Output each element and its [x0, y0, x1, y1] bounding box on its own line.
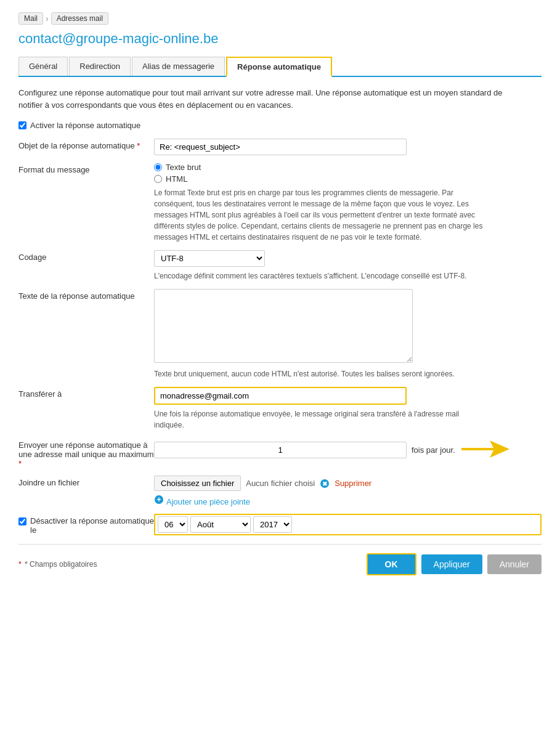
frequency-input[interactable]	[154, 442, 407, 458]
encoding-label: Codage	[18, 250, 154, 262]
format-html: HTML	[154, 174, 542, 184]
no-file-text: Aucun fichier choisi	[246, 479, 315, 488]
deactivate-checkbox[interactable]	[18, 517, 26, 525]
tab-general[interactable]: Général	[18, 57, 68, 76]
transfer-info: Une fois la réponse automatique envoyée,…	[154, 408, 487, 431]
description: Configurez une réponse automatique pour …	[18, 87, 524, 111]
required-note: * * Champs obligatoires	[18, 560, 97, 569]
tabs: Général Redirection Alias de messagerie …	[18, 57, 542, 77]
format-texte-brut: Texte brut	[154, 163, 542, 172]
format-content: Texte brut HTML Le format Texte brut est…	[154, 163, 542, 243]
breadcrumb: Mail › Adresses mail	[18, 12, 542, 25]
response-text-input[interactable]	[154, 289, 413, 363]
activate-label[interactable]: Activer la réponse automatique	[30, 121, 140, 130]
frequency-suffix: fois par jour.	[412, 445, 455, 455]
add-attachment-button[interactable]: Ajouter une pièce jointe	[166, 497, 250, 506]
delete-icon: ✖	[320, 479, 330, 489]
arrow-annotation	[460, 438, 509, 462]
response-text-label: Texte de la réponse automatique	[18, 289, 154, 301]
svg-text:✖: ✖	[322, 481, 328, 487]
attach-row: Joindre un fichier Choisissez un fichier…	[18, 476, 542, 506]
transfer-content: Une fois la réponse automatique envoyée,…	[154, 387, 542, 431]
svg-marker-0	[461, 440, 509, 458]
attach-label: Joindre un fichier	[18, 476, 154, 487]
bottom-row: * * Champs obligatoires OK Appliquer Ann…	[18, 553, 542, 575]
deactivate-date-content: 0102030405 0607080910 1112131415 1617181…	[154, 514, 542, 535]
encoding-content: UTF-8 ISO-8859-1 UTF-16 L'encodage défin…	[154, 250, 542, 282]
encoding-row: Codage UTF-8 ISO-8859-1 UTF-16 L'encodag…	[18, 250, 542, 282]
divider	[18, 544, 542, 545]
tab-reponse-automatique[interactable]: Réponse automatique	[226, 57, 332, 77]
response-text-content: Texte brut uniquement, aucun code HTML n…	[154, 289, 542, 379]
page-title: contact@groupe-magic-online.be	[18, 31, 542, 47]
activate-checkbox[interactable]	[18, 121, 26, 129]
day-select[interactable]: 0102030405 0607080910 1112131415 1617181…	[158, 516, 188, 533]
attach-content: Choisissez un fichier Aucun fichier choi…	[154, 476, 542, 506]
date-wrapper: 0102030405 0607080910 1112131415 1617181…	[154, 514, 542, 535]
transfer-input[interactable]	[154, 387, 407, 405]
encoding-info: L'encodage définit comment les caractère…	[154, 270, 487, 282]
radio-texte-brut[interactable]	[154, 163, 162, 171]
cancel-button[interactable]: Annuler	[487, 554, 542, 574]
frequency-label: Envoyer une réponse automatique à une ad…	[18, 438, 154, 468]
format-info: Le format Texte brut est pris en charge …	[154, 187, 487, 243]
transfer-label: Transférer à	[18, 387, 154, 399]
activate-checkbox-row: Activer la réponse automatique	[18, 121, 542, 130]
year-select[interactable]: 2017201820192020	[253, 516, 292, 533]
delete-button[interactable]: Supprimer	[335, 479, 371, 488]
frequency-content: fois par jour.	[154, 438, 542, 462]
format-radio-group: Texte brut HTML	[154, 163, 542, 184]
subject-label: Objet de la réponse automatique *	[18, 139, 154, 150]
radio-html-label[interactable]: HTML	[166, 174, 187, 184]
subject-input[interactable]	[154, 139, 407, 155]
file-row: Choisissez un fichier Aucun fichier choi…	[154, 476, 542, 491]
format-row: Format du message Texte brut HTML Le for…	[18, 163, 542, 243]
deactivate-label: Désactiver la réponse automatique le	[18, 514, 154, 535]
frequency-row: Envoyer une réponse automatique à une ad…	[18, 438, 542, 468]
radio-texte-brut-label[interactable]: Texte brut	[166, 163, 201, 172]
encoding-select[interactable]: UTF-8 ISO-8859-1 UTF-16	[154, 250, 265, 267]
breadcrumb-arrow: ›	[46, 14, 49, 23]
svg-text:+: +	[156, 495, 161, 504]
response-text-info: Texte brut uniquement, aucun code HTML n…	[154, 368, 487, 379]
frequency-input-row: fois par jour.	[154, 438, 542, 462]
ok-button[interactable]: OK	[367, 553, 416, 575]
file-choose-button[interactable]: Choisissez un fichier	[154, 476, 241, 491]
subject-content	[154, 139, 542, 155]
add-attachment-row: + Ajouter une pièce jointe	[154, 495, 542, 506]
breadcrumb-mail[interactable]: Mail	[18, 12, 43, 25]
tab-redirection[interactable]: Redirection	[69, 57, 131, 76]
transfer-row: Transférer à Une fois la réponse automat…	[18, 387, 542, 431]
month-select[interactable]: JanvierFévrierMarsAvril MaiJuinJuilletAo…	[190, 516, 251, 533]
breadcrumb-adresses-mail[interactable]: Adresses mail	[51, 12, 108, 25]
response-text-row: Texte de la réponse automatique Texte br…	[18, 289, 542, 379]
frequency-required: *	[18, 459, 22, 468]
deactivate-row: Désactiver la réponse automatique le 010…	[18, 514, 542, 535]
apply-button[interactable]: Appliquer	[421, 554, 482, 574]
subject-row: Objet de la réponse automatique *	[18, 139, 542, 155]
add-icon: +	[154, 495, 164, 506]
radio-html[interactable]	[154, 175, 162, 183]
deactivate-label-text[interactable]: Désactiver la réponse automatique le	[30, 516, 154, 535]
tab-alias[interactable]: Alias de messagerie	[132, 57, 225, 76]
subject-required: *	[137, 141, 140, 150]
format-label: Format du message	[18, 163, 154, 174]
